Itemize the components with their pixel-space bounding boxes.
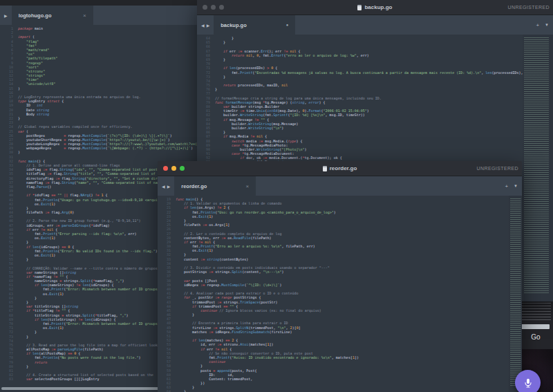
assistant-input-bar[interactable] xyxy=(521,324,550,329)
close-icon[interactable]: × xyxy=(83,12,86,19)
modified-dot-icon: ● xyxy=(286,23,289,27)
minimap[interactable] xyxy=(509,196,522,392)
forward-arrow-icon[interactable]: ▶ xyxy=(207,23,210,28)
tab-bar: ▶ logtohugo.go × xyxy=(0,6,197,25)
minimize-button[interactable] xyxy=(171,166,176,171)
titlebar-sliver xyxy=(0,0,197,6)
close-icon[interactable]: × xyxy=(246,183,250,189)
line-number: 83 xyxy=(0,377,18,381)
code-line: 29 webpageRegex = regexp.MustCompile(`\[… xyxy=(0,146,197,150)
zoom-button[interactable] xyxy=(219,5,224,10)
tab-reorder[interactable]: reorder.go × xyxy=(174,176,256,196)
line-number: 64 xyxy=(158,389,176,392)
editor-area[interactable]: 19func main() {20 // 1. Validar os argum… xyxy=(158,196,522,392)
window-reorder[interactable]: reorder.go UNREGISTERED ◀ ▶ reorder.go ×… xyxy=(158,161,522,392)
code-view[interactable]: 19func main() {20 // 1. Validar os argum… xyxy=(158,196,522,392)
titlebar[interactable]: backup.go UNREGISTERED xyxy=(197,0,553,15)
license-status: UNREGISTERED xyxy=(477,166,522,171)
microphone-icon xyxy=(523,377,534,389)
voice-mic-button[interactable] xyxy=(515,370,541,392)
tab-backup[interactable]: backup.go ● xyxy=(214,15,295,35)
go-button[interactable]: Go xyxy=(518,333,553,341)
back-arrow-icon[interactable]: ◀ xyxy=(201,23,205,28)
license-status: UNREGISTERED xyxy=(508,5,553,10)
tab-bar: ◀ ▶ reorder.go × + ▼ xyxy=(158,176,522,196)
forward-arrow-icon[interactable]: ▶ xyxy=(4,13,8,18)
close-button[interactable] xyxy=(163,166,168,171)
close-button[interactable] xyxy=(203,5,207,10)
code-line: 72 fmt.Printf("Encontradas %d mensagens … xyxy=(197,71,553,75)
minimap[interactable] xyxy=(523,35,553,301)
new-tab-icon[interactable]: + xyxy=(536,22,539,28)
tab-list-dropdown-icon[interactable]: ▼ xyxy=(514,184,518,188)
zoom-button[interactable] xyxy=(180,166,185,171)
titlebar[interactable]: reorder.go UNREGISTERED xyxy=(158,161,522,176)
code-line: 64 } xyxy=(158,389,522,392)
forward-arrow-icon[interactable]: ▶ xyxy=(167,184,171,189)
tab-bar: ◀ ▶ backup.go ● + ▼ xyxy=(197,15,553,35)
window-title: backup.go xyxy=(364,4,392,10)
tab-logtohugo[interactable]: logtohugo.go × xyxy=(12,6,93,25)
new-tab-icon[interactable]: + xyxy=(505,183,508,189)
minimize-button[interactable] xyxy=(211,5,216,10)
tab-list-dropdown-icon[interactable]: ▼ xyxy=(545,23,549,27)
assistant-text-lines xyxy=(521,303,551,322)
window-title: reorder.go xyxy=(330,165,357,171)
document-icon xyxy=(323,166,327,171)
back-arrow-icon[interactable]: ◀ xyxy=(162,184,165,189)
document-icon xyxy=(357,5,362,10)
